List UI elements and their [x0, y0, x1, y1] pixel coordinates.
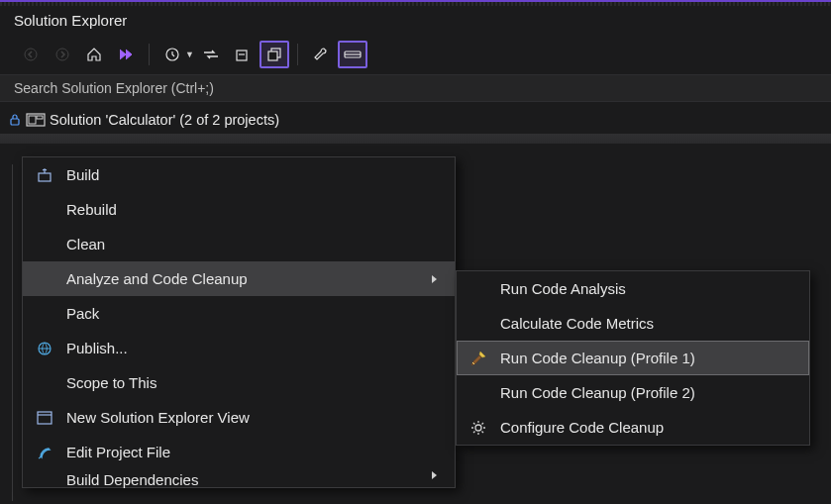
- globe-icon: [23, 341, 66, 356]
- history-button[interactable]: [157, 41, 187, 68]
- submenu-arrow-icon: [432, 471, 437, 479]
- menu-pack[interactable]: Pack: [23, 296, 455, 331]
- svg-rect-7: [11, 119, 19, 125]
- home-button[interactable]: [79, 41, 109, 68]
- svg-rect-11: [39, 173, 51, 181]
- tree-guide-line: [12, 164, 13, 501]
- menu-build[interactable]: Build: [23, 157, 455, 192]
- analyze-submenu: Run Code Analysis Calculate Code Metrics…: [456, 270, 810, 446]
- gear-icon: [457, 420, 500, 436]
- solution-icon: [26, 113, 44, 127]
- switch-views-button[interactable]: [111, 41, 141, 68]
- svg-rect-9: [29, 116, 36, 124]
- solution-node[interactable]: Solution 'Calculator' (2 of 2 projects): [0, 108, 831, 132]
- menu-clean[interactable]: Clean: [23, 227, 455, 261]
- svg-point-14: [475, 425, 481, 431]
- toolbar: ▼: [0, 37, 831, 74]
- submenu-arrow-icon: [432, 275, 437, 283]
- build-icon: [23, 167, 66, 183]
- show-all-files-button[interactable]: [260, 41, 289, 68]
- toolbar-divider: [149, 44, 150, 65]
- back-button[interactable]: [16, 41, 46, 68]
- broom-icon: [457, 350, 500, 367]
- lock-icon: [10, 114, 20, 126]
- svg-rect-3: [237, 50, 247, 60]
- properties-button[interactable]: [306, 41, 336, 68]
- menu-analyze-cleanup[interactable]: Analyze and Code Cleanup: [23, 261, 455, 296]
- submenu-calc-metrics[interactable]: Calculate Code Metrics: [457, 306, 809, 341]
- svg-point-0: [25, 49, 37, 60]
- menu-build-dependencies[interactable]: Build Dependencies: [23, 469, 455, 487]
- dropdown-caret-icon: ▼: [185, 50, 194, 59]
- submenu-run-analysis[interactable]: Run Code Analysis: [457, 271, 809, 306]
- project-context-menu: Build Rebuild Clean Analyze and Code Cle…: [22, 156, 456, 488]
- menu-rebuild[interactable]: Rebuild: [23, 192, 455, 227]
- collapse-all-button[interactable]: [228, 41, 258, 68]
- search-placeholder: Search Solution Explorer (Ctrl+;): [14, 80, 214, 96]
- svg-rect-13: [38, 412, 52, 424]
- svg-point-1: [56, 49, 68, 60]
- selected-project-row[interactable]: [0, 134, 831, 144]
- menu-publish[interactable]: Publish...: [23, 331, 455, 365]
- toolbar-divider: [297, 44, 298, 65]
- sync-button[interactable]: [196, 41, 226, 68]
- preview-button[interactable]: [338, 41, 367, 68]
- edit-icon: [23, 445, 66, 460]
- window-icon: [23, 411, 66, 425]
- panel-title: Solution Explorer: [0, 6, 831, 37]
- submenu-cleanup-profile1[interactable]: Run Code Cleanup (Profile 1): [457, 341, 809, 375]
- solution-tree: Solution 'Calculator' (2 of 2 projects): [0, 102, 831, 144]
- menu-edit-project-file[interactable]: Edit Project File: [23, 435, 455, 469]
- search-input[interactable]: Search Solution Explorer (Ctrl+;): [0, 74, 831, 102]
- forward-button[interactable]: [48, 41, 77, 68]
- menu-new-view[interactable]: New Solution Explorer View: [23, 400, 455, 435]
- submenu-cleanup-profile2[interactable]: Run Code Cleanup (Profile 2): [457, 375, 809, 410]
- submenu-configure-cleanup[interactable]: Configure Code Cleanup: [457, 410, 809, 445]
- solution-label: Solution 'Calculator' (2 of 2 projects): [50, 112, 279, 128]
- menu-scope[interactable]: Scope to This: [23, 365, 455, 400]
- svg-rect-5: [268, 51, 277, 60]
- svg-rect-10: [37, 116, 43, 119]
